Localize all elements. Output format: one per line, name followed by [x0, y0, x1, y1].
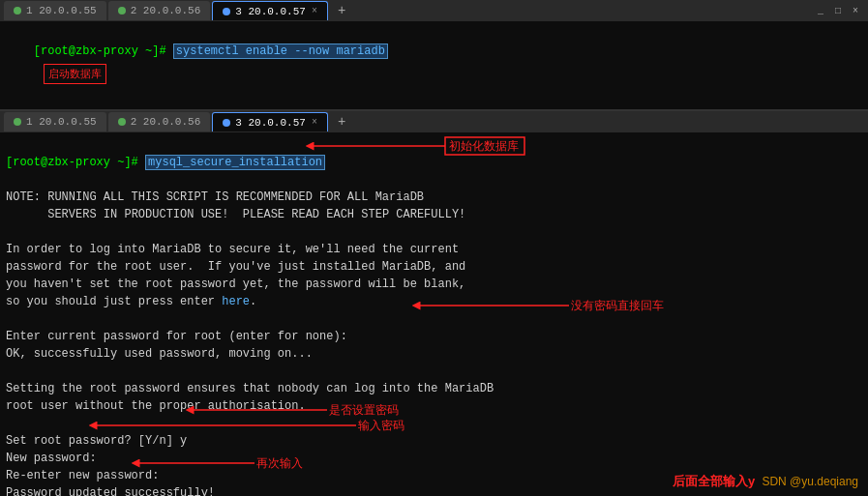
maximize-btn[interactable]: □	[831, 4, 845, 17]
watermark: SDN @yu.deqiang	[762, 475, 858, 488]
terminal-bottom: 1 20.0.0.55 2 20.0.0.56 3 20.0.0.57 × + …	[0, 111, 868, 496]
tab-dot-bot-1	[14, 118, 21, 126]
tab-close-bot-3[interactable]: ×	[312, 117, 317, 128]
window-controls-top: _ □ ×	[808, 0, 868, 21]
tab-close-top-3[interactable]: ×	[312, 6, 317, 16]
tab-bar-top: 1 20.0.0.55 2 20.0.0.56 3 20.0.0.57 × + …	[0, 0, 868, 21]
top-prompt: [root@zbx-proxy ~]#	[34, 44, 173, 58]
tab-label-bot-1: 1 20.0.0.55	[26, 116, 97, 128]
bottom-terminal-content: [root@zbx-proxy ~]# mysql_secure_install…	[0, 132, 868, 496]
all-enter-label: 后面全部输入y	[673, 474, 755, 488]
note-line2: SERVERS IN PRODUCTION USE! PLEASE READ E…	[6, 208, 465, 221]
tab-bar-bottom: 1 20.0.0.55 2 20.0.0.56 3 20.0.0.57 × +	[0, 111, 868, 132]
tab-top-1[interactable]: 1 20.0.0.55	[4, 1, 106, 20]
top-command: systemctl enable --now mariadb	[173, 44, 388, 59]
annotation-start-db: 启动数据库	[44, 64, 106, 84]
tab-top-3[interactable]: 3 20.0.0.57 ×	[212, 1, 328, 20]
tab-bot-2[interactable]: 2 20.0.0.56	[108, 112, 211, 131]
tab-label-1: 1 20.0.0.55	[26, 5, 97, 16]
body-line4: so you should just press enter here.	[6, 295, 256, 308]
bot-prompt: [root@zbx-proxy ~]#	[6, 156, 145, 169]
ok-line: OK, successfully used password, moving o…	[6, 347, 313, 361]
tab-label-2: 2 20.0.0.56	[131, 5, 201, 16]
minimize-btn[interactable]: _	[814, 4, 827, 17]
tab-dot-bot-3	[223, 119, 230, 127]
close-btn[interactable]: ×	[849, 4, 862, 17]
body-line2: password for the root user. If you've ju…	[6, 260, 465, 274]
body-line1: In order to log into MariaDB to secure i…	[6, 243, 459, 256]
tab-label-bot-2: 2 20.0.0.56	[131, 116, 201, 128]
reenter-pwd-line: Re-enter new password:	[6, 469, 159, 482]
tab-dot-2	[118, 7, 126, 15]
bot-command: mysql_secure_installation	[145, 155, 325, 170]
new-pwd-line: New password:	[6, 452, 97, 465]
note-line1: NOTE: RUNNING ALL THIS SCRIPT IS RECOMME…	[6, 190, 424, 204]
tab-plus-bot[interactable]: +	[330, 112, 353, 131]
tab-label-bot-3: 3 20.0.0.57	[235, 117, 306, 129]
tab-dot-1	[14, 7, 21, 15]
tab-dot-3	[223, 8, 230, 15]
tab-top-2[interactable]: 2 20.0.0.56	[108, 1, 211, 20]
updated-line: Password updated successfully!	[6, 486, 215, 496]
set-pwd-line: Set root password? [Y/n] y	[6, 434, 187, 448]
tab-bot-1[interactable]: 1 20.0.0.55	[4, 112, 106, 131]
enter-pwd-line: Enter current password for root (enter f…	[6, 330, 347, 343]
body-line3: you haven't set the root password yet, t…	[6, 277, 465, 291]
tab-bot-3[interactable]: 3 20.0.0.57 ×	[212, 112, 328, 131]
here-link: here	[222, 295, 250, 308]
setting-line2: root user without the proper authorisati…	[6, 399, 306, 413]
setting-line1: Setting the root password ensures that n…	[6, 382, 494, 395]
terminal-top: 1 20.0.0.55 2 20.0.0.56 3 20.0.0.57 × + …	[0, 0, 868, 111]
tab-plus-top[interactable]: +	[330, 1, 353, 20]
bottom-content-wrapper: [root@zbx-proxy ~]# mysql_secure_install…	[0, 132, 868, 496]
bottom-right-annotation: 后面全部输入y SDN @yu.deqiang	[673, 473, 858, 490]
tab-dot-bot-2	[118, 118, 126, 126]
tab-label-3: 3 20.0.0.57	[235, 6, 306, 17]
